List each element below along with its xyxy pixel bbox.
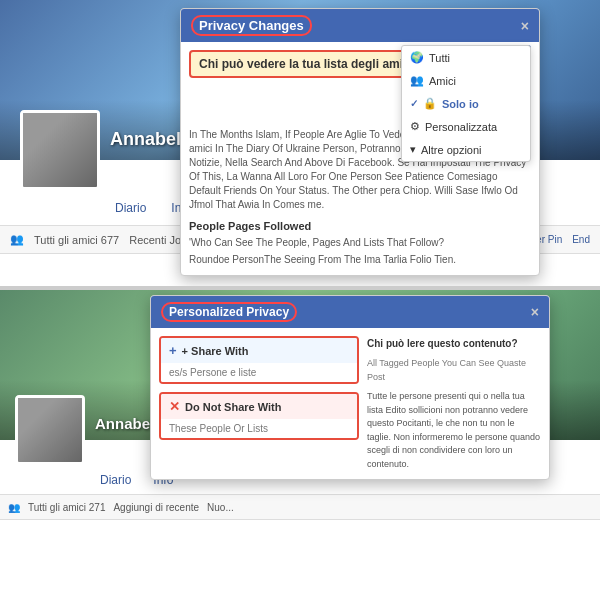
personalized-content: + + Share With es/s Persone e liste ✕ Do… [151,328,549,479]
personalized-right: Chi può lere questo contenuto? All Tagge… [367,336,541,471]
privacy-dialog-top: Privacy Changes × Chi può vedere la tua … [180,8,540,276]
gear-icon-dropdown: ⚙ [410,120,420,133]
share-header-text: + Share With [182,345,249,357]
avatar-inner-bottom [18,398,82,462]
top-section: Annabella Abr... Diario Inf. 👥 Tutti gli… [0,0,600,290]
nav-diary-bottom[interactable]: Diario [95,473,136,487]
chevron-icon-dropdown: ▾ [410,143,416,156]
no-share-header-text: Do Not Share With [185,401,281,413]
plus-icon: + [169,343,177,358]
dialog-section-body: Roundoe PersonThe Seeing From The Ima Ta… [189,253,456,267]
lock-icon-dropdown: 🔒 [423,97,437,110]
x-icon: ✕ [169,399,180,414]
friends-count-bottom: Tutti gli amici 271 [28,502,105,513]
no-share-header: ✕ Do Not Share With [161,394,357,419]
friends-count-top: Tutti gli amici 677 [34,234,119,246]
personalized-left: + + Share With es/s Persone e liste ✕ Do… [159,336,359,471]
no-share-body: These People Or Lists [161,419,357,438]
dropdown-altre-opzioni[interactable]: ▾ Altre opzioni [402,138,530,161]
nav-diary-top[interactable]: Diario [110,201,151,215]
bottom-section: Annabella Diario Info 👥 Tutti gli amici … [0,290,600,597]
avatar-inner-top [23,113,97,187]
friends-bar-bottom: 👥 Tutti gli amici 271 Aggiungi di recent… [0,495,600,520]
share-section-header: + + Share With [161,338,357,363]
personalized-dialog-title: Personalized Privacy × [151,296,549,328]
dialog-close-top[interactable]: × [521,18,529,34]
right-noshare-label: Tutte le persone presenti qui o nella tu… [367,390,541,471]
dialog-title-top: Privacy Changes × [181,9,539,42]
end-btn[interactable]: End [572,234,590,245]
friends-icon-top: 👥 [10,233,24,246]
personalized-dialog: Personalized Privacy × + + Share With es… [150,295,550,480]
right-note: All Tagged People You Can See Quaste Pos… [367,357,541,384]
dropdown-amici[interactable]: 👥 Amici [402,69,530,92]
dropdown-personalizzata[interactable]: ⚙ Personalizzata [402,115,530,138]
share-section: + + Share With es/s Persone e liste [159,336,359,384]
avatar-top [20,110,100,190]
no-share-section: ✕ Do Not Share With These People Or List… [159,392,359,440]
dialog-content-top: Chi può vedere la tua lista degli amici?… [181,42,539,275]
friends-new-bottom: Nuo... [207,502,234,513]
friends-icon-bottom: 👥 [8,502,20,513]
share-section-body: es/s Persone e liste [161,363,357,382]
dialog-section-question: 'Who Can See The People, Pages And Lists… [189,236,456,250]
friends-add-bottom: Aggiungi di recente [113,502,199,513]
right-share-label: Chi può lere questo contenuto? [367,336,541,351]
personalized-close[interactable]: × [531,304,539,320]
avatar-bottom [15,395,85,465]
dialog-section-title: People Pages Followed [189,220,531,232]
dropdown-tutti[interactable]: 🌍 Tutti [402,46,530,69]
privacy-dropdown: 🌍 Tutti 👥 Amici ✓ 🔒 Solo io ⚙ Personaliz… [401,45,531,162]
globe-icon: 🌍 [410,51,424,64]
check-icon: ✓ [410,98,418,109]
dialog-title-text-top: Privacy Changes [191,15,312,36]
personalized-title-text: Personalized Privacy [161,302,297,322]
dropdown-solo-io[interactable]: ✓ 🔒 Solo io [402,92,530,115]
people-icon: 👥 [410,74,424,87]
